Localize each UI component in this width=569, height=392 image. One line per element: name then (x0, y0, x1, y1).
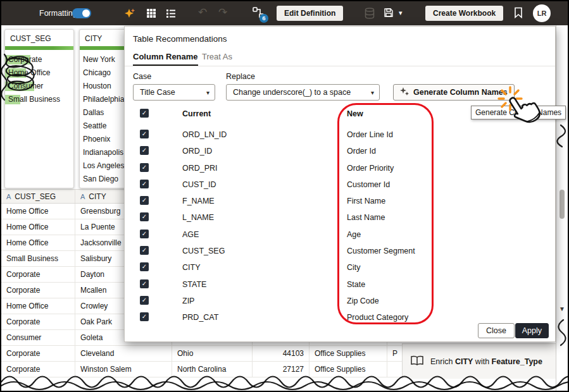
panel-value-label: Los Angeles (83, 161, 124, 170)
save-menu-caret-icon[interactable]: ▾ (399, 9, 403, 17)
edit-definition-button[interactable]: Edit Definition (277, 6, 343, 21)
chevron-down-icon: ▾ (206, 89, 209, 96)
scroll-down-arrow-icon[interactable]: ▼ (559, 305, 565, 312)
panel-value-label: Home Office (8, 68, 50, 77)
table-cell: 44103 (253, 346, 310, 361)
book-icon (410, 355, 424, 368)
app-window: Formatting ↶ ↷ 6 Edit Definition ▾ Creat… (0, 0, 569, 392)
table-cell: Corporate (1, 346, 75, 361)
list-view-icon[interactable] (166, 8, 176, 18)
row-checkbox[interactable]: ✓ (140, 180, 149, 188)
new-column-header: New (347, 109, 363, 118)
replace-dropdown[interactable]: Change underscore(_) to a space ▾ (226, 84, 380, 101)
rename-row: ✓L_NAMELast Name (125, 209, 555, 226)
reco-text-part: Enrich (430, 357, 455, 366)
rename-row: ✓F_NAMEFirst Name (125, 193, 555, 209)
apply-button[interactable]: Apply (515, 323, 549, 338)
table-cell: Corporate (1, 267, 75, 282)
row-checkbox[interactable]: ✓ (140, 212, 149, 221)
table-cell: P (387, 346, 402, 361)
page-scrollbar: ▼ (556, 25, 568, 391)
tab-treat-as[interactable]: Treat As (202, 52, 232, 64)
scrollbar-thumb[interactable] (560, 190, 565, 219)
row-checkbox[interactable]: ✓ (140, 279, 149, 288)
table-cell: 27127 (253, 362, 310, 377)
rename-rows: ✓ORD_LN_IDOrder Line Id✓ORD_IDOrder Id✓O… (125, 126, 555, 326)
new-name: Customer Segment (347, 247, 415, 255)
case-dropdown-value: Title Case (140, 88, 175, 97)
panel-value-label: San Diego (83, 175, 118, 183)
chevron-down-icon: ▾ (371, 89, 374, 96)
row-checkbox[interactable]: ✓ (140, 130, 149, 138)
rename-row: ✓STATEState (125, 276, 555, 293)
table-cell: Home Office (1, 219, 75, 235)
table-cell: Office Supplies (310, 346, 387, 361)
new-name: Age (347, 230, 361, 239)
table-cell: Small Business (1, 251, 75, 266)
new-name: Customer Id (347, 180, 390, 189)
top-toolbar: Formatting ↶ ↷ 6 Edit Definition ▾ Creat… (1, 1, 568, 25)
rename-row: ✓CUST_IDCustomer Id (125, 176, 555, 193)
panel-value-label: Philadelphia (83, 95, 124, 104)
panel-value-item[interactable]: Small Business (5, 93, 73, 106)
panel-value-item[interactable]: Consumer (5, 80, 73, 93)
row-checkbox[interactable]: ✓ (140, 196, 149, 205)
rename-row: ✓CITYCity (125, 259, 555, 276)
row-checkbox[interactable]: ✓ (140, 312, 149, 321)
rename-row: ✓ORD_LN_IDOrder Line Id (125, 126, 555, 143)
save-icon[interactable] (384, 8, 394, 18)
recommendation-card[interactable]: Enrich CITY with Feature_Type (402, 343, 556, 379)
cust-seg-value-list: CorporateHome OfficeConsumerSmall Busine… (5, 50, 73, 106)
table-cell: Home Office (1, 235, 75, 250)
current-name: ORD_ID (182, 147, 212, 156)
table-cell: Corporate (1, 362, 75, 377)
column-panel-cust-seg[interactable]: CUST_SEG CorporateHome OfficeConsumerSma… (4, 29, 74, 188)
row-checkbox[interactable]: ✓ (140, 246, 149, 255)
bookmark-icon[interactable] (514, 7, 523, 18)
create-workbook-button[interactable]: Create Workbook (425, 6, 503, 21)
new-name: Zip Code (347, 297, 379, 305)
panel-value-item[interactable]: Corporate (5, 53, 73, 66)
row-checkbox[interactable]: ✓ (140, 146, 149, 155)
panel-value-item[interactable]: Home Office (5, 66, 73, 80)
generate-column-names-button[interactable]: Generate Column Names (393, 84, 515, 101)
formatting-label: Formatting (39, 9, 77, 18)
user-avatar[interactable]: LR (533, 4, 551, 22)
table-cell: Home Office (1, 298, 75, 314)
row-checkbox[interactable]: ✓ (140, 262, 149, 271)
formatting-toggle[interactable] (72, 8, 91, 18)
current-name: CITY (182, 263, 200, 272)
row-checkbox[interactable]: ✓ (140, 230, 149, 238)
new-name: Order Priority (347, 164, 394, 173)
row-checkbox[interactable]: ✓ (140, 163, 149, 172)
database-icon[interactable] (365, 8, 375, 19)
redo-icon[interactable]: ↷ (218, 6, 227, 19)
panel-value-label: Seattle (83, 121, 106, 130)
generate-button-tooltip: Generate Column Names (471, 106, 566, 119)
table-row: CorporateWinston SalemNorth Carolina2712… (1, 362, 402, 377)
current-name: PRD_CAT (182, 313, 218, 322)
case-dropdown[interactable]: Title Case ▾ (133, 84, 215, 101)
rename-row: ✓ZIPZip Code (125, 293, 555, 309)
table-view-icon[interactable] (146, 8, 156, 18)
select-all-checkbox[interactable]: ✓ (140, 109, 149, 118)
current-name: AGE (182, 230, 199, 239)
table-cell: Home Office (1, 204, 75, 219)
enrich-magic-icon[interactable] (124, 8, 135, 19)
row-checkbox[interactable]: ✓ (140, 296, 149, 305)
reco-text-part: Feature_Type (492, 357, 542, 366)
current-name: ORD_PRI (182, 164, 218, 173)
attribute-type-icon: A (6, 193, 11, 200)
new-name: Order Id (347, 147, 376, 156)
undo-icon[interactable]: ↶ (198, 6, 207, 19)
tab-column-rename[interactable]: Column Rename (133, 52, 198, 66)
replace-dropdown-value: Change underscore(_) to a space (233, 88, 351, 97)
table-cell: Office Supplies (310, 362, 387, 377)
close-button[interactable]: Close (478, 323, 515, 338)
generate-button-label: Generate Column Names (413, 88, 508, 97)
panel-value-label: Dallas (83, 108, 104, 117)
panel-value-label: Corporate (8, 55, 42, 64)
sparkle-icon (400, 87, 409, 98)
column-header-cust-seg[interactable]: A CUST_SEG (1, 190, 75, 203)
dialog-title: Table Recommendations (133, 34, 227, 44)
